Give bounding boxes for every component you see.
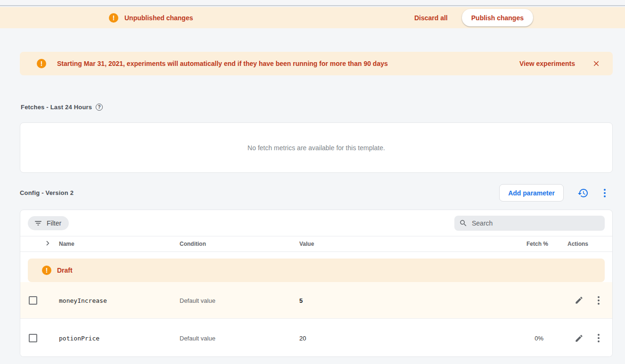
row-more-options-icon[interactable]: [591, 292, 607, 308]
search-box: [454, 216, 605, 231]
history-icon[interactable]: [575, 185, 591, 201]
parameter-name: potionPrice: [59, 335, 99, 342]
row-checkbox[interactable]: [29, 334, 37, 342]
row-checkbox[interactable]: [29, 296, 37, 305]
more-options-icon[interactable]: [597, 185, 613, 201]
fetches-title-text: Fetches - Last 24 Hours: [21, 104, 92, 111]
top-strip: [0, 0, 625, 6]
config-section-title: Config - Version 2: [20, 189, 74, 196]
close-icon[interactable]: [591, 58, 601, 69]
column-header-fetch: Fetch %: [492, 241, 548, 247]
discard-all-button[interactable]: Discard all: [412, 11, 450, 24]
fetch-metrics-card: No fetch metrics are available for this …: [20, 122, 613, 173]
column-header-name: Name: [59, 241, 74, 247]
table-row[interactable]: moneyIncrease Default value 5: [20, 282, 612, 319]
config-header: Config - Version 2 Add parameter: [20, 184, 613, 202]
table-header-row: Name Condition Value Fetch % Actions: [20, 236, 612, 252]
parameter-condition: Default value: [180, 297, 215, 304]
row-more-options-icon[interactable]: [591, 330, 607, 346]
parameter-value: 20: [299, 335, 306, 342]
parameter-fetch-percent: 0%: [487, 335, 543, 342]
column-header-condition: Condition: [180, 241, 206, 247]
table-row[interactable]: potionPrice Default value 20 0%: [20, 319, 612, 357]
warning-icon: !: [37, 59, 46, 68]
remote-config-page: ! Unpublished changes Discard all Publis…: [0, 0, 625, 364]
experiments-notice-banner: ! Starting Mar 31, 2021, experiments wil…: [20, 52, 613, 75]
config-title-text: Config - Version 2: [20, 189, 74, 196]
search-icon: [459, 219, 468, 227]
column-header-value: Value: [299, 241, 314, 247]
draft-status-band: ! Draft: [28, 259, 605, 282]
filter-button[interactable]: Filter: [28, 216, 69, 230]
unpublished-changes-label: Unpublished changes: [124, 14, 193, 22]
config-table-card: Filter Name Condition Value Fetch % Acti…: [20, 210, 613, 357]
filter-label: Filter: [47, 219, 61, 227]
edit-icon[interactable]: [571, 330, 587, 346]
draft-label: Draft: [57, 267, 73, 274]
warning-icon: !: [42, 266, 51, 275]
table-toolbar: Filter: [20, 210, 612, 236]
parameter-name: moneyIncrease: [59, 297, 107, 304]
search-input[interactable]: [472, 219, 600, 227]
view-experiments-link[interactable]: View experiments: [518, 57, 577, 70]
empty-fetch-metrics-message: No fetch metrics are available for this …: [247, 144, 385, 152]
expand-all-chevron-icon[interactable]: [44, 240, 51, 249]
unpublished-changes-bar: ! Unpublished changes Discard all Publis…: [0, 7, 625, 28]
add-parameter-button[interactable]: Add parameter: [499, 184, 564, 202]
warning-icon: !: [109, 13, 118, 23]
parameter-condition: Default value: [180, 335, 215, 342]
publish-changes-button[interactable]: Publish changes: [462, 9, 533, 26]
fetches-section-title: Fetches - Last 24 Hours ?: [21, 104, 103, 111]
column-header-actions: Actions: [567, 241, 588, 247]
parameter-value: 5: [299, 297, 303, 304]
edit-icon[interactable]: [571, 292, 587, 308]
help-icon[interactable]: ?: [96, 104, 103, 111]
notice-message: Starting Mar 31, 2021, experiments will …: [57, 60, 388, 67]
